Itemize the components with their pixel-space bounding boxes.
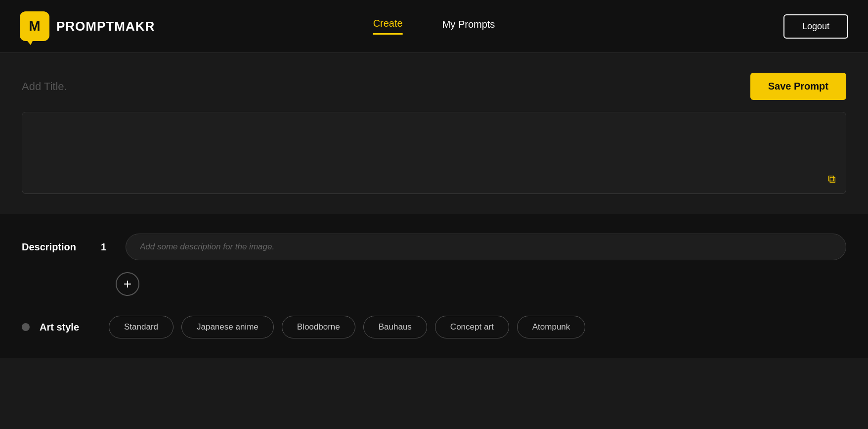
nav-center: Create My Prompts <box>373 18 495 35</box>
art-style-tags: StandardJapanese animeBloodborneBauhausC… <box>109 316 585 338</box>
nav-my-prompts[interactable]: My Prompts <box>442 19 495 34</box>
description-input[interactable] <box>126 234 846 260</box>
logo-letter: M <box>29 18 40 34</box>
app-name: PROMPTMAKR <box>56 19 155 34</box>
art-style-label: Art style <box>40 322 99 333</box>
description-row: Description 1 <box>22 234 846 260</box>
navbar: M PROMPTMAKR Create My Prompts Logout <box>0 0 868 53</box>
art-style-tag[interactable]: Standard <box>109 316 174 338</box>
art-style-tag[interactable]: Bloodborne <box>282 316 355 338</box>
art-style-tag[interactable]: Japanese anime <box>181 316 274 338</box>
prompt-textarea[interactable] <box>32 122 836 182</box>
description-number: 1 <box>101 241 116 253</box>
description-label: Description <box>22 241 91 253</box>
art-style-tag[interactable]: Bauhaus <box>363 316 427 338</box>
art-style-row: Art style StandardJapanese animeBloodbor… <box>22 316 846 338</box>
logout-button[interactable]: Logout <box>783 14 848 39</box>
nav-create[interactable]: Create <box>373 18 403 35</box>
title-input[interactable] <box>22 80 750 93</box>
art-style-tag[interactable]: Concept art <box>435 316 509 338</box>
save-prompt-button[interactable]: Save Prompt <box>750 73 846 100</box>
logo-icon: M <box>20 11 49 41</box>
lower-section: Description 1 + Art style StandardJapane… <box>0 214 868 358</box>
art-style-tag[interactable]: Atompunk <box>517 316 586 338</box>
add-btn-row: + <box>22 272 846 296</box>
copy-icon[interactable]: ⧉ <box>828 173 836 186</box>
add-description-button[interactable]: + <box>116 272 139 296</box>
logo-area: M PROMPTMAKR <box>20 11 155 41</box>
art-style-dot <box>22 323 30 331</box>
prompt-textarea-wrapper: ⧉ <box>22 112 846 194</box>
title-row: Save Prompt <box>22 73 846 100</box>
main-content: Save Prompt ⧉ <box>0 53 868 214</box>
